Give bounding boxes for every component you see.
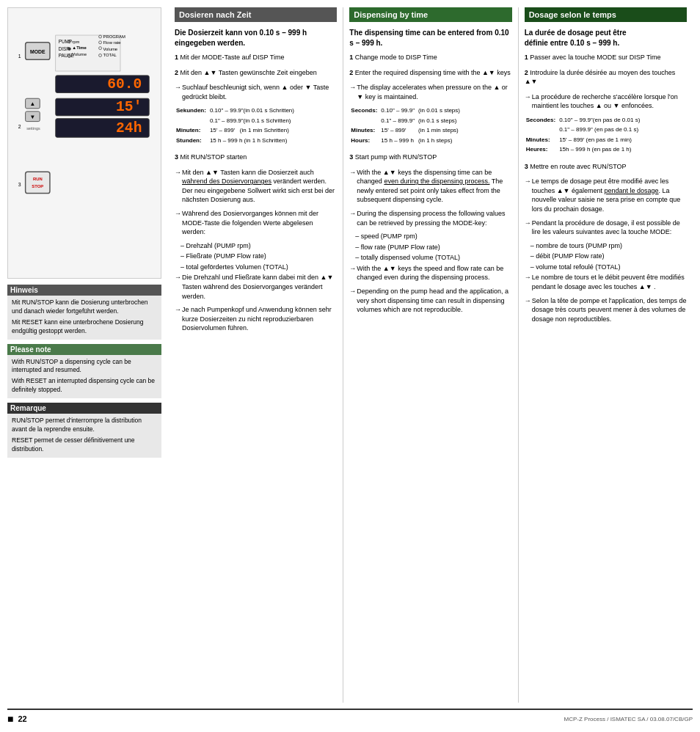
col3-time-label1: Secondes:	[526, 117, 558, 125]
total-label-svg: TOTAL	[103, 53, 117, 57]
display2-text: 15'	[116, 99, 142, 115]
col1-time-label4: Stunden:	[176, 137, 208, 145]
display1-text: 60.0	[107, 76, 142, 92]
column-english: Dispensing by time The dispensing time c…	[343, 7, 517, 703]
col2-time-val4: 15 h – 999 h	[381, 137, 417, 145]
footer: ■ 22 MCP-Z Process / ISMATEC SA / 03.08.…	[7, 709, 693, 725]
col3-header: Dosage selon le temps	[525, 7, 687, 22]
col1-arrow5: Je nach Pumpenkopf und Anwendung können …	[175, 305, 337, 333]
row1-label: 1	[18, 54, 21, 59]
hinweis-text1: Mit RUN/STOP kann die Dosierung unterbro…	[12, 299, 157, 316]
col3-sublist: nombre de tours (PUMP rpm) débit (PUMP F…	[525, 241, 687, 272]
col1-step2-text: Mit den ▲▼ Tasten gewünschte Zeit eingeb…	[181, 69, 317, 76]
col1-arrow2: Mit den ▲▼ Tasten kann die Dosierzeit au…	[175, 168, 337, 205]
col3-title-line1: La durée de dosage peut être	[525, 29, 627, 37]
col3-touches: touches	[614, 283, 638, 290]
run-label-svg: RUN	[33, 177, 43, 181]
col1-time-label2	[176, 117, 208, 125]
col2-time-val2: 0.1" – 899.9"	[381, 117, 417, 125]
col1-time-val1: 0.10" – 99.9"(in 0.01 s Schritten)	[210, 107, 296, 115]
col2-step1-num: 1	[349, 54, 355, 61]
col1-step1: 1 Mit der MODE-Taste auf DISP Time	[175, 53, 337, 62]
col3-time-val3: 15' – 899' (en pas de 1 min)	[559, 136, 642, 144]
run-stop-button-svg	[26, 172, 50, 193]
col1-section-title: Die Dosierzeit kann von 0.10 s – 999 h e…	[175, 28, 337, 48]
col3-list-item2: débit (PUMP Flow rate)	[531, 252, 687, 261]
col1-time-row4: Stunden: 15 h – 999 h (in 1 h Schritten)	[176, 137, 296, 145]
col2-section-title: The dispensing time can be entered from …	[349, 28, 511, 48]
row2-label: 2	[18, 124, 21, 129]
col3-time-row4: Heures: 15h – 999 h (en pas de 1 h)	[526, 146, 643, 154]
col2-time-row1: Seconds: 0.10" – 99.9" (in 0.01 s steps)	[351, 107, 462, 115]
hinweis-text2: Mit RESET kann eine unterbrochene Dosier…	[12, 318, 157, 336]
col2-time-table: Seconds: 0.10" – 99.9" (in 0.01 s steps)…	[349, 106, 464, 147]
main-content: 1 MODE PUMP DISP PAUSE	[7, 7, 693, 703]
col3-arrow4: Le nombre de tours et le débit peuvent ê…	[525, 273, 687, 291]
col1-time-val2: 0.1" – 899.9"(in 0.1 s Schritten)	[210, 117, 296, 125]
col3-time-label4: Heures:	[526, 146, 558, 154]
col2-time-step2: (in 0.1 s steps)	[418, 117, 462, 125]
col1-time-val4: 15 h – 999 h (in 1 h Schritten)	[210, 137, 296, 145]
program-label-svg: PROGRAM	[103, 34, 125, 39]
col2-underline1: even during the dispensing process.	[384, 177, 489, 185]
col3-time-val2: 0.1" – 899.9" (en pas de 0.1 s)	[559, 126, 642, 134]
col3-step3-text: Mettre en route avec RUN/STOP	[530, 163, 626, 170]
col3-time-label3: Minutes:	[526, 136, 558, 144]
footer-info: MCP-Z Process / ISMATEC SA / 03.08.07/CB…	[564, 716, 693, 722]
volume-label-svg2: Volume	[103, 47, 117, 51]
col2-header: Dispensing by time	[349, 7, 511, 22]
settings-label-svg: settings	[26, 126, 40, 131]
col1-list-item3: total gefördertes Volumen (TOTAL)	[181, 263, 337, 272]
up-arrow: ▲	[30, 100, 36, 107]
col2-time-row4: Hours: 15 h – 999 h (in 1 h steps)	[351, 137, 462, 145]
device-area: 1 MODE PUMP DISP PAUSE	[7, 7, 161, 279]
col2-time-label1: Seconds:	[351, 107, 379, 115]
col1-step3-text: Mit RUN/STOP starten	[181, 153, 247, 161]
col2-step1-text: Change mode to DISP Time	[355, 54, 437, 61]
col2-arrow4: With the ▲▼ keys the speed and flow rate…	[349, 264, 511, 282]
col2-step2: 2 Enter the required dispensing time wit…	[349, 68, 511, 78]
col3-arrow3: Pendant la procédure de dosage, il est p…	[525, 219, 687, 237]
col1-list-item1: Drehzahl (PUMP rpm)	[181, 241, 337, 251]
col3-time-row1: Secondes: 0.10" – 99.9"(en pas de 0.01 s…	[526, 117, 643, 125]
col3-time-val4: 15h – 999 h (en pas de 1 h)	[559, 146, 642, 154]
col3-time-row2: 0.1" – 899.9" (en pas de 0.1 s)	[526, 126, 643, 134]
remarque-text2: RESET permet de cesser définitivement un…	[12, 436, 157, 454]
col1-sublist: Drehzahl (PUMP rpm) Fließrate (PUMP Flow…	[175, 241, 337, 272]
col1-arrow3: Während des Dosiervorganges können mit d…	[175, 209, 337, 237]
column-german: Dosieren nach Zeit Die Dosierzeit kann v…	[169, 7, 343, 703]
col3-title-line2: définie entre 0.10 s – 999 h.	[525, 39, 620, 47]
col3-list-item3: volume total refoulé (TOTAL)	[531, 263, 687, 272]
col1-step3: 3 Mit RUN/STOP starten	[175, 153, 337, 162]
col2-time-label3: Minutes:	[351, 127, 379, 135]
col2-step2-num: 2	[349, 69, 355, 76]
col2-step3: 3 Start pump with RUN/STOP	[349, 153, 511, 162]
column-french: Dosage selon le temps La durée de dosage…	[518, 7, 693, 703]
please-note-text2: With RESET an interrupted dispensing cyc…	[12, 377, 157, 395]
col1-arrow1: Suchlauf beschleunigt sich, wenn ▲ oder …	[175, 83, 337, 101]
col2-arrow1: The display accelerates when pressure on…	[349, 83, 511, 101]
col1-time-row2: 0.1" – 899.9"(in 0.1 s Schritten)	[176, 117, 296, 125]
col2-arrow3: During the dispensing process the follow…	[349, 209, 511, 227]
mode-label-svg: MODE	[30, 49, 45, 54]
col1-time-label3: Minuten:	[176, 127, 208, 135]
hinweis-title: Hinweis	[7, 285, 161, 296]
col1-time-label1: Sekunden:	[176, 107, 208, 115]
col1-list-item2: Fließrate (PUMP Flow rate)	[181, 252, 337, 261]
col2-step2-text: Enter the required dispensing time with …	[355, 69, 511, 76]
col1-step3-num: 3	[175, 153, 181, 161]
col2-step3-text: Start pump with RUN/STOP	[355, 153, 437, 161]
left-panel: 1 MODE PUMP DISP PAUSE	[7, 7, 169, 703]
remarque-text1: RUN/STOP permet d'interrompre la distrib…	[12, 417, 157, 434]
col3-step2-text: Introduire la durée désirée au moyen des…	[525, 69, 676, 86]
col1-step1-num: 1	[175, 54, 181, 61]
col1-step2: 2 Mit den ▲▼ Tasten gewünschte Zeit eing…	[175, 68, 337, 78]
col2-arrow2: With the ▲▼ keys the dispensing time can…	[349, 168, 511, 205]
disp-time-indicator	[68, 48, 70, 51]
col2-arrow5: Depending on the pump head and the appli…	[349, 287, 511, 315]
col2-step3-num: 3	[349, 153, 355, 161]
col3-section-title: La durée de dosage peut être définie ent…	[525, 28, 687, 48]
time-label-svg: ▲Time	[72, 45, 87, 50]
remarque-box: Remarque RUN/STOP permet d'interrompre l…	[7, 403, 161, 458]
col1-time-row3: Minuten: 15' – 899' (in 1 min Schritten)	[176, 127, 296, 135]
